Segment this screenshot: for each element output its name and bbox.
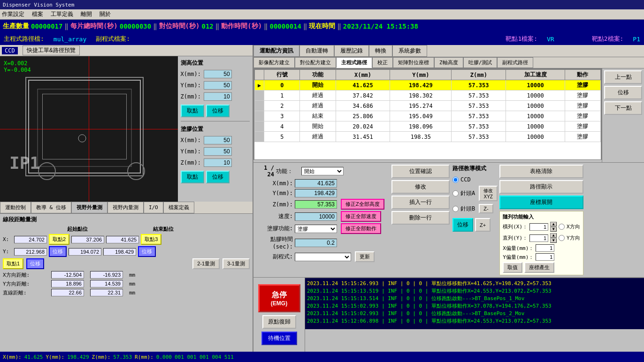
line-dir-21[interactable] — [51, 289, 84, 296]
itab-calib[interactable]: 校正 — [372, 57, 393, 68]
take2-btn[interactable]: 取點2 — [49, 234, 69, 245]
rtab-auto[interactable]: 自動運轉 — [299, 45, 334, 57]
zplus-btn[interactable]: Z+ — [475, 218, 491, 232]
move3-btn[interactable]: 位移 — [138, 246, 156, 257]
itab-mainpath[interactable]: 主程式路徑 — [336, 57, 372, 68]
x-dir-31[interactable] — [90, 271, 123, 279]
move1-btn[interactable]: 位移 — [26, 258, 44, 269]
take1-btn[interactable]: 取點1 — [3, 258, 23, 269]
rtab-motion[interactable]: 運動配方資訊 — [253, 45, 299, 57]
menu-item-4[interactable]: 關於 — [100, 10, 111, 18]
btab-inside[interactable]: 視野內量測 — [107, 202, 144, 213]
meas21-btn[interactable]: 2-1量測 — [192, 258, 220, 269]
rtab-history[interactable]: 履歷記錄 — [334, 45, 369, 57]
zminus-btn[interactable]: Z- — [479, 204, 493, 213]
time-input[interactable] — [295, 239, 337, 247]
mpos-y-input[interactable] — [204, 81, 232, 90]
itab-subpath[interactable]: 副程式路徑 — [497, 57, 533, 68]
move-btn[interactable]: 位移 — [604, 86, 642, 99]
take3-btn[interactable]: 取點3 — [141, 234, 161, 245]
gpos-move-btn[interactable]: 位移 — [206, 171, 230, 183]
modifyz-btn[interactable]: 修正Z全部高度 — [341, 199, 384, 210]
gen-coord-btn[interactable]: 座標產生 — [524, 262, 554, 273]
btab-motion[interactable]: 運動控制 — [0, 202, 31, 213]
y-dir-31[interactable] — [90, 280, 123, 287]
itab-image[interactable]: 影像配方建立 — [253, 57, 295, 68]
table-row[interactable]: 3 結束 25.806 195.049 57.353 10000 塗膠 — [255, 111, 601, 121]
y-offset-input[interactable] — [536, 253, 554, 261]
menu-item-3[interactable]: 離開 — [81, 10, 92, 18]
restore-btn[interactable]: 原點復歸 — [262, 315, 296, 329]
radio-x-dir[interactable] — [559, 224, 565, 230]
func-select[interactable]: 開始 經過 結束 — [301, 167, 344, 175]
btab-outside[interactable]: 視野外量測 — [71, 202, 107, 213]
delete-btn[interactable]: 刪除一行 — [391, 211, 450, 225]
array-y-input[interactable] — [529, 234, 548, 242]
menu-item-1[interactable]: 檔案 — [32, 10, 43, 18]
next-point-btn[interactable]: 下一點 — [604, 101, 642, 115]
btab-io[interactable]: I/O — [144, 202, 163, 213]
itab-align[interactable]: 對位配方建立 — [295, 57, 336, 68]
z-input[interactable] — [295, 200, 337, 209]
mpos-z-input[interactable] — [204, 92, 232, 101]
y-input[interactable] — [295, 189, 337, 197]
menu-item-0[interactable]: 作業設定 — [2, 10, 24, 18]
path-preview-btn[interactable]: 快捷工單&路徑預覽 — [23, 45, 80, 55]
insert-btn[interactable]: 插入一行 — [391, 196, 450, 209]
modifyaction-btn[interactable]: 修正全部動作 — [341, 223, 381, 234]
path-display-btn[interactable]: 路徑顯示 — [499, 180, 583, 194]
modify-btn[interactable]: 修改 — [391, 180, 450, 194]
mpos-x-input[interactable] — [204, 70, 232, 78]
meas31-btn[interactable]: 3-1量測 — [222, 258, 250, 269]
sub-select[interactable] — [295, 253, 351, 261]
table-row[interactable]: 5 經過 31.451 198.35 57.353 10000 塗膠 — [255, 132, 601, 142]
array-y-down[interactable]: ▼ — [550, 238, 557, 243]
move2-btn[interactable]: 位移 — [49, 246, 67, 257]
x-dir-21[interactable] — [51, 271, 84, 279]
end-x1-input[interactable] — [71, 236, 104, 243]
rtab-convert[interactable]: 轉換 — [369, 45, 392, 57]
get-val-btn[interactable]: 取值 — [503, 262, 522, 273]
gpos-y-input[interactable] — [204, 147, 232, 156]
mpos-move-btn[interactable]: 位移 — [206, 105, 230, 117]
end-y1-input[interactable] — [69, 248, 101, 256]
radio-nozzlea[interactable] — [452, 190, 459, 196]
table-row[interactable]: 1 經過 37.842 198.302 57.353 10000 塗膠 — [255, 90, 601, 101]
standby-btn[interactable]: 待機位置 — [261, 332, 297, 345]
path-move-btn[interactable]: 位移 — [452, 218, 473, 232]
table-row[interactable]: ▶ 0 開始 41.625 198.429 57.353 10000 塗膠 — [255, 80, 601, 90]
table-row[interactable]: 4 開始 20.024 198.096 57.353 10000 塗膠 — [255, 121, 601, 132]
prev-point-btn[interactable]: 上一點 — [604, 70, 642, 84]
expand-btn[interactable]: 座標展開 — [499, 196, 583, 209]
rtab-sysparams[interactable]: 系統參數 — [392, 45, 427, 57]
update-btn[interactable]: 更新 — [355, 251, 375, 262]
radio-ccd[interactable] — [452, 177, 459, 183]
glue-select[interactable]: 塗膠 — [295, 225, 337, 233]
btab-teach[interactable]: 教導 & 位移 — [31, 202, 71, 213]
modify-xyz-btn[interactable]: 修改 XYZ — [479, 186, 498, 201]
end-x2-input[interactable] — [106, 236, 139, 243]
array-y-up[interactable]: ▲ — [550, 233, 557, 238]
radio-nozzleb[interactable] — [452, 206, 459, 212]
start-x-input[interactable] — [14, 236, 47, 243]
itab-zheight[interactable]: Z軸高度 — [434, 57, 463, 68]
table-row[interactable]: 2 經過 34.686 195.274 57.353 10000 塗膠 — [255, 101, 601, 111]
y-dir-21[interactable] — [51, 280, 84, 287]
itab-matrix[interactable]: 矩陣對位座標 — [393, 57, 434, 68]
menu-item-2[interactable]: 工單定義 — [51, 10, 73, 18]
array-x-down[interactable]: ▼ — [550, 227, 557, 232]
mpos-take-btn[interactable]: 取點 — [181, 105, 204, 117]
speed-input[interactable] — [295, 212, 337, 221]
btab-file[interactable]: 檔案定義 — [163, 202, 194, 213]
array-x-input[interactable] — [529, 223, 548, 231]
gpos-z-input[interactable] — [204, 158, 232, 167]
gpos-x-input[interactable] — [204, 136, 232, 144]
itab-glue[interactable]: 吐膠/測試 — [463, 57, 498, 68]
end-y2-input[interactable] — [103, 248, 136, 256]
clear-btn[interactable]: 表格清除 — [499, 165, 583, 178]
array-x-up[interactable]: ▲ — [550, 222, 557, 226]
radio-y-dir[interactable] — [559, 235, 565, 241]
x-input[interactable] — [295, 179, 337, 188]
confirm-btn[interactable]: 位置確認 — [391, 165, 450, 178]
modifyall-btn[interactable]: 修正全部速度 — [341, 211, 381, 222]
